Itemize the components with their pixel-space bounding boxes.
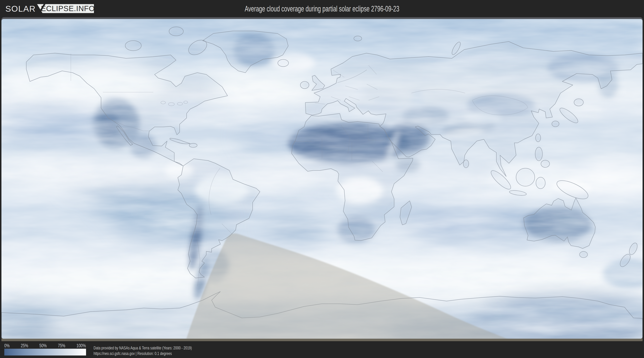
data-credits: Data provided by NASAs Aqua & Terra sate… [94,345,192,356]
legend-label-25: 25% [21,343,28,348]
legend-label-0: 0% [4,343,10,348]
cloud-coverage-legend: 0% 25% 50% 75% 100% [4,343,86,355]
page: SOLAR ECLIPSE.INFO Average cloud coverag… [0,0,644,358]
legend-labels: 0% 25% 50% 75% 100% [4,343,86,348]
legend-label-100: 100% [76,343,86,348]
legend-label-75: 75% [58,343,65,348]
legend-label-50: 50% [39,343,47,348]
credit-line-1: Data provided by NASAs Aqua & Terra sate… [94,345,192,351]
legend-gradient-bar [4,349,86,355]
world-cloud-coverage-map [0,0,644,358]
footer-bar: 0% 25% 50% 75% 100% Data provided by NAS… [0,341,644,358]
credit-line-2: https://neo.sci.gsfc.nasa.gov | Resoluti… [94,351,192,356]
